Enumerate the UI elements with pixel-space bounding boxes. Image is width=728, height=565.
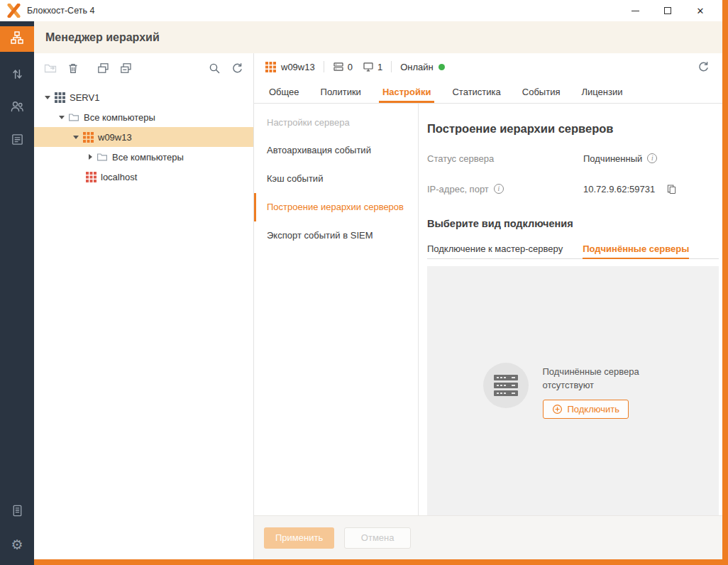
cancel-button[interactable]: Отмена [344, 527, 411, 549]
tab-master-connection[interactable]: Подключение к мастер-серверу [427, 239, 563, 258]
rail-item-replication[interactable] [0, 59, 34, 92]
bottom-accent-strip [34, 559, 728, 565]
caret-down-icon[interactable] [43, 96, 53, 99]
expand-all-button[interactable] [95, 60, 111, 76]
journal-icon [11, 504, 24, 520]
caret-right-icon[interactable] [85, 154, 95, 160]
caret-down-icon[interactable] [71, 136, 81, 139]
search-button[interactable] [206, 60, 222, 76]
tab-subordinate-servers[interactable]: Подчинённые серверы [583, 239, 689, 258]
tree-node-label: SERV1 [70, 92, 99, 103]
copy-button[interactable] [666, 184, 677, 194]
tab-licenses[interactable]: Лицензии [570, 80, 633, 103]
info-icon[interactable]: i [494, 184, 504, 194]
tree-toolbar-right [206, 60, 245, 76]
folder-icon [68, 111, 79, 123]
left-rail: ⚙ [0, 21, 34, 565]
workspace: SERV1 Все компьютеры [34, 53, 722, 559]
server-rack-illustration [483, 363, 529, 408]
main-refresh-button[interactable] [695, 59, 711, 75]
tab-settings[interactable]: Настройки [372, 80, 442, 103]
settings-area: Настройки сервера Автоархивация событий … [254, 104, 722, 515]
empty-state: Подчинённые сервера отсутствуют Подключ [483, 363, 663, 419]
servers-count-value: 0 [348, 62, 353, 72]
page-header: Менеджер иерархий [34, 21, 722, 53]
tree-panel: SERV1 Все компьютеры [34, 53, 254, 559]
content-title: Построение иерархии серверов [427, 122, 719, 136]
empty-state-text: Подчинённые сервера отсутствуют [543, 366, 663, 393]
rail-item-hierarchy-manager[interactable] [0, 26, 34, 52]
servers-count: 0 [333, 61, 353, 72]
page-title: Менеджер иерархий [45, 31, 160, 44]
minimize-button[interactable] [619, 0, 651, 21]
online-dot-icon [439, 64, 445, 70]
connect-button-label: Подключить [568, 404, 620, 415]
field-value: 10.72.9.62:59731 [583, 184, 677, 194]
computers-count: 1 [363, 61, 382, 72]
gear-icon: ⚙ [11, 538, 23, 552]
server-tabs: Общее Политики Настройки Статистика Собы… [254, 80, 722, 104]
tree-node-label: Все компьютеры [84, 112, 155, 123]
add-to-group-button[interactable] [43, 60, 58, 76]
field-ip-port: IP-адрес, порт i 10.72.9.62:59731 [427, 181, 719, 197]
tree-row-serv1[interactable]: SERV1 [34, 87, 253, 107]
tree-row-all-computers[interactable]: Все компьютеры [34, 107, 253, 127]
separator [324, 61, 324, 72]
status-text: Онлайн [400, 62, 434, 72]
nav-item-siem-export[interactable]: Экспорт событий в SIEM [254, 221, 418, 250]
delete-button[interactable] [65, 60, 81, 76]
titlebar: Блокхост-Сеть 4 ✕ [0, 0, 728, 21]
server-status: Онлайн [400, 62, 445, 72]
footer-actions: Применить Отмена [254, 515, 722, 559]
settings-content: Построение иерархии серверов Статус серв… [419, 104, 722, 515]
close-button[interactable]: ✕ [684, 0, 717, 21]
server-stack-icon [333, 61, 344, 72]
rail-item-policies[interactable] [0, 124, 34, 157]
rail-item-journal[interactable] [0, 495, 34, 528]
nav-item-autoarchive[interactable]: Автоархивация событий [254, 136, 418, 165]
tab-general[interactable]: Общее [258, 80, 310, 103]
server-grid-icon [54, 92, 65, 103]
tree-refresh-button[interactable] [229, 60, 245, 76]
tab-policies[interactable]: Политики [310, 80, 372, 103]
settings-nav: Настройки сервера Автоархивация событий … [254, 104, 419, 515]
nav-item-hierarchy[interactable]: Построение иерархии серверов [254, 193, 418, 221]
info-icon[interactable]: i [647, 153, 657, 163]
tree-node-label: w09w13 [98, 132, 132, 143]
rail-item-settings[interactable]: ⚙ [0, 528, 34, 561]
tab-events[interactable]: События [512, 80, 571, 103]
collapse-all-button[interactable] [118, 60, 133, 76]
separator [391, 61, 392, 72]
caret-down-icon[interactable] [57, 116, 67, 119]
maximize-button[interactable] [651, 0, 684, 21]
minimize-icon [632, 11, 639, 11]
hierarchy-icon [10, 31, 24, 48]
server-tree: SERV1 Все компьютеры [34, 83, 253, 187]
app-logo-icon [7, 4, 21, 18]
tree-row-w09w13[interactable]: w09w13 [34, 127, 253, 147]
tab-statistics[interactable]: Статистика [441, 80, 511, 103]
monitor-icon [363, 61, 374, 72]
connection-tabs: Подключение к мастер-серверу Подчинённые… [427, 239, 719, 259]
plus-circle-icon [552, 404, 563, 415]
nav-item-event-cache[interactable]: Кэш событий [254, 165, 418, 193]
connect-button[interactable]: Подключить [543, 400, 629, 419]
settings-nav-group-title: Настройки сервера [254, 108, 418, 136]
tree-node-label: localhost [101, 172, 137, 182]
tree-row-localhost[interactable]: localhost [34, 167, 253, 187]
maximize-icon [664, 7, 671, 14]
tree-node-label: Все компьютеры [112, 152, 184, 163]
users-icon [10, 99, 24, 116]
rail-item-users[interactable] [0, 92, 34, 124]
close-icon: ✕ [697, 6, 705, 16]
apply-button[interactable]: Применить [264, 527, 334, 549]
field-label: Статус сервера [427, 153, 583, 164]
subordinate-servers-panel: Подчинённые сервера отсутствуют Подключ [427, 266, 719, 515]
tree-row-all-computers-child[interactable]: Все компьютеры [34, 147, 253, 167]
tree-toolbar [34, 53, 253, 83]
server-grid-icon [265, 62, 276, 72]
computers-count-value: 1 [377, 62, 382, 72]
field-label: IP-адрес, порт i [427, 184, 583, 194]
app-window: Блокхост-Сеть 4 ✕ [0, 0, 728, 565]
field-server-status: Статус сервера Подчиненный i [427, 150, 719, 166]
